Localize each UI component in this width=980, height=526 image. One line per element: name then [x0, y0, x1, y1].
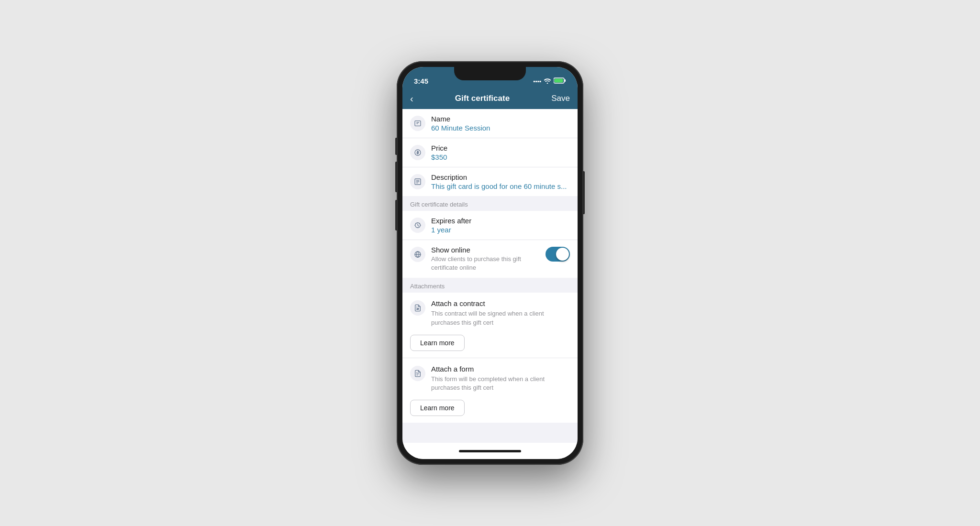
price-value: $350: [431, 153, 570, 161]
svg-rect-2: [565, 79, 566, 82]
back-button[interactable]: ‹: [410, 93, 413, 104]
signal-icon: ▪▪▪▪: [533, 78, 541, 85]
attach-contract-desc: This contract will be signed when a clie…: [431, 309, 570, 327]
expires-field[interactable]: Expires after 1 year: [402, 211, 578, 240]
contract-learn-more-button[interactable]: Learn more: [410, 335, 465, 351]
nav-title: Gift certificate: [455, 94, 510, 103]
attach-contract-title: Attach a contract: [431, 299, 570, 307]
name-label: Name: [431, 115, 570, 123]
home-bar: [402, 443, 578, 459]
expires-content: Expires after 1 year: [431, 217, 570, 234]
attach-form-header: Attach a form This form will be complete…: [410, 365, 570, 392]
show-online-desc: Allow clients to purchase this gift cert…: [431, 255, 546, 272]
form-icon: [410, 366, 425, 381]
expires-value: 1 year: [431, 226, 570, 234]
price-field[interactable]: Price $350: [402, 138, 578, 167]
save-button[interactable]: Save: [551, 94, 570, 103]
wifi-icon: [544, 78, 551, 85]
description-label: Description: [431, 173, 570, 181]
svg-point-0: [547, 83, 548, 84]
notch: [454, 67, 526, 80]
price-content: Price $350: [431, 144, 570, 161]
show-online-label: Show online: [431, 246, 546, 254]
form-learn-more-button[interactable]: Learn more: [410, 400, 465, 416]
power-button[interactable]: [583, 171, 585, 214]
scroll-content: Name 60 Minute Session Price $350: [402, 109, 578, 443]
home-indicator[interactable]: [459, 450, 521, 452]
section-header-details: Gift certificate details: [402, 196, 578, 211]
volume-down-button[interactable]: [395, 200, 397, 230]
phone-frame: 3:45 ▪▪▪▪: [397, 61, 583, 465]
price-label: Price: [431, 144, 570, 152]
navigation-bar: ‹ Gift certificate Save: [402, 88, 578, 109]
battery-icon: [554, 77, 566, 85]
description-value: This gift card is good for one 60 minute…: [431, 182, 570, 190]
attach-contract-header: Attach a contract This contract will be …: [410, 299, 570, 327]
phone-screen: 3:45 ▪▪▪▪: [402, 67, 578, 459]
name-icon: [410, 116, 425, 131]
status-time: 3:45: [414, 77, 428, 85]
status-icons: ▪▪▪▪: [533, 77, 566, 85]
show-online-content: Show online Allow clients to purchase th…: [431, 246, 546, 272]
attach-contract-content: Attach a contract This contract will be …: [431, 299, 570, 327]
mute-button[interactable]: [395, 138, 397, 155]
attach-form-content: Attach a form This form will be complete…: [431, 365, 570, 392]
show-online-left: Show online Allow clients to purchase th…: [410, 246, 546, 272]
section-header-attachments: Attachments: [402, 278, 578, 293]
name-field[interactable]: Name 60 Minute Session: [402, 109, 578, 138]
show-online-toggle[interactable]: [546, 247, 570, 262]
attach-form-section: Attach a form This form will be complete…: [402, 358, 578, 423]
expires-label: Expires after: [431, 217, 570, 225]
show-online-icon: [410, 247, 425, 262]
volume-up-button[interactable]: [395, 162, 397, 192]
description-field[interactable]: Description This gift card is good for o…: [402, 167, 578, 196]
name-value: 60 Minute Session: [431, 124, 570, 132]
attach-form-desc: This form will be completed when a clien…: [431, 375, 570, 392]
show-online-field[interactable]: Show online Allow clients to purchase th…: [402, 240, 578, 278]
attach-contract-section: Attach a contract This contract will be …: [402, 293, 578, 358]
name-content: Name 60 Minute Session: [431, 115, 570, 132]
price-icon: [410, 145, 425, 160]
svg-rect-3: [555, 79, 563, 83]
expires-icon: [410, 218, 425, 233]
description-icon: [410, 174, 425, 189]
contract-icon: [410, 300, 425, 316]
description-content: Description This gift card is good for o…: [431, 173, 570, 190]
attach-form-title: Attach a form: [431, 365, 570, 373]
